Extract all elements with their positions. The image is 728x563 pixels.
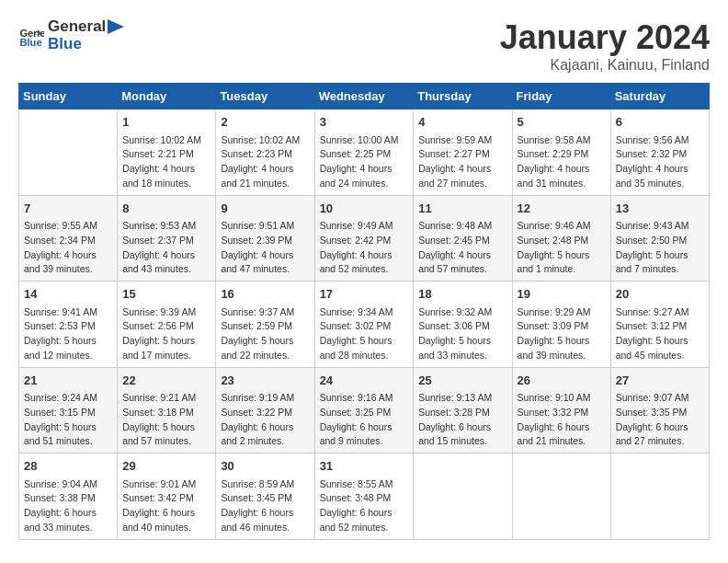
calendar-week-3: 14Sunrise: 9:41 AMSunset: 2:53 PMDayligh… — [19, 282, 710, 368]
day-number: 9 — [221, 200, 309, 218]
day-number: 18 — [418, 285, 506, 304]
calendar-cell: 8Sunrise: 9:53 AMSunset: 2:37 PMDaylight… — [118, 195, 216, 282]
day-info: Sunrise: 9:07 AMSunset: 3:35 PMDaylight:… — [616, 391, 704, 449]
day-number: 31 — [320, 457, 409, 476]
logo-general-text: General — [48, 18, 106, 36]
day-info: Sunrise: 10:00 AMSunset: 2:25 PMDaylight… — [320, 133, 409, 191]
day-info: Sunrise: 9:59 AMSunset: 2:27 PMDaylight:… — [418, 133, 506, 191]
day-number: 28 — [24, 457, 112, 476]
calendar-cell: 10Sunrise: 9:49 AMSunset: 2:42 PMDayligh… — [314, 195, 414, 282]
day-info: Sunrise: 9:24 AMSunset: 3:15 PMDaylight:… — [24, 391, 112, 449]
calendar-cell: 21Sunrise: 9:24 AMSunset: 3:15 PMDayligh… — [19, 367, 118, 454]
day-info: Sunrise: 9:56 AMSunset: 2:32 PMDaylight:… — [616, 133, 704, 191]
day-number: 17 — [320, 285, 409, 304]
weekday-header-sunday: Sunday — [19, 84, 118, 109]
calendar-cell: 9Sunrise: 9:51 AMSunset: 2:39 PMDaylight… — [216, 195, 314, 282]
day-number: 23 — [221, 372, 309, 390]
day-info: Sunrise: 9:32 AMSunset: 3:06 PMDaylight:… — [418, 305, 506, 363]
calendar-cell: 7Sunrise: 9:55 AMSunset: 2:34 PMDaylight… — [19, 195, 118, 282]
calendar-title: January 2024 — [500, 18, 710, 57]
day-number: 2 — [221, 113, 309, 132]
day-info: Sunrise: 9:48 AMSunset: 2:45 PMDaylight:… — [418, 219, 506, 277]
weekday-header-monday: Monday — [118, 84, 216, 109]
calendar-cell: 12Sunrise: 9:46 AMSunset: 2:48 PMDayligh… — [512, 195, 610, 282]
day-number: 6 — [616, 113, 704, 132]
day-number: 15 — [122, 285, 210, 304]
calendar-cell: 2Sunrise: 10:02 AMSunset: 2:23 PMDayligh… — [216, 109, 314, 196]
logo-icon: General Blue — [18, 23, 44, 49]
day-info: Sunrise: 9:13 AMSunset: 3:28 PMDaylight:… — [418, 391, 506, 449]
calendar-cell — [512, 454, 610, 540]
day-info: Sunrise: 9:16 AMSunset: 3:25 PMDaylight:… — [320, 391, 409, 449]
day-info: Sunrise: 9:49 AMSunset: 2:42 PMDaylight:… — [320, 219, 409, 277]
day-number: 20 — [616, 285, 704, 304]
calendar-week-5: 28Sunrise: 9:04 AMSunset: 3:38 PMDayligh… — [19, 454, 710, 540]
day-number: 13 — [616, 200, 704, 218]
day-number: 21 — [24, 372, 112, 390]
day-info: Sunrise: 9:37 AMSunset: 2:59 PMDaylight:… — [221, 305, 309, 363]
calendar-cell — [414, 454, 512, 540]
weekday-header-wednesday: Wednesday — [314, 84, 414, 109]
logo-arrow-icon — [108, 19, 128, 34]
day-info: Sunrise: 9:41 AMSunset: 2:53 PMDaylight:… — [24, 305, 112, 363]
day-number: 7 — [24, 200, 112, 218]
logo-blue-text: Blue — [48, 36, 128, 53]
day-info: Sunrise: 9:51 AMSunset: 2:39 PMDaylight:… — [221, 219, 309, 277]
weekday-header-saturday: Saturday — [610, 84, 709, 109]
day-number: 12 — [518, 200, 606, 218]
weekday-header-thursday: Thursday — [414, 84, 512, 109]
calendar-cell: 16Sunrise: 9:37 AMSunset: 2:59 PMDayligh… — [216, 282, 314, 368]
calendar-cell: 20Sunrise: 9:27 AMSunset: 3:12 PMDayligh… — [610, 282, 709, 368]
calendar-cell: 6Sunrise: 9:56 AMSunset: 2:32 PMDaylight… — [610, 109, 709, 196]
day-number: 22 — [122, 372, 210, 390]
calendar-cell — [610, 454, 709, 540]
calendar-cell: 13Sunrise: 9:43 AMSunset: 2:50 PMDayligh… — [610, 195, 709, 282]
day-number: 26 — [518, 372, 606, 390]
calendar-cell: 15Sunrise: 9:39 AMSunset: 2:56 PMDayligh… — [118, 282, 216, 368]
day-info: Sunrise: 9:04 AMSunset: 3:38 PMDaylight:… — [24, 477, 112, 535]
weekday-header-tuesday: Tuesday — [216, 84, 314, 109]
day-number: 30 — [221, 457, 309, 476]
day-number: 5 — [518, 113, 606, 132]
logo: General Blue General Blue — [18, 18, 128, 52]
calendar-cell: 27Sunrise: 9:07 AMSunset: 3:35 PMDayligh… — [610, 367, 709, 454]
calendar-cell: 22Sunrise: 9:21 AMSunset: 3:18 PMDayligh… — [118, 367, 216, 454]
svg-text:Blue: Blue — [19, 37, 41, 48]
title-section: January 2024 Kajaani, Kainuu, Finland — [500, 18, 710, 74]
day-number: 14 — [24, 285, 112, 304]
calendar-cell: 29Sunrise: 9:01 AMSunset: 3:42 PMDayligh… — [118, 454, 216, 540]
day-info: Sunrise: 10:02 AMSunset: 2:23 PMDaylight… — [221, 133, 309, 191]
day-number: 11 — [418, 200, 506, 218]
day-info: Sunrise: 9:34 AMSunset: 3:02 PMDaylight:… — [320, 305, 409, 363]
day-info: Sunrise: 9:43 AMSunset: 2:50 PMDaylight:… — [616, 219, 704, 277]
day-info: Sunrise: 10:02 AMSunset: 2:21 PMDaylight… — [122, 133, 210, 191]
day-info: Sunrise: 9:10 AMSunset: 3:32 PMDaylight:… — [518, 391, 606, 449]
day-info: Sunrise: 9:29 AMSunset: 3:09 PMDaylight:… — [518, 305, 606, 363]
calendar-cell: 4Sunrise: 9:59 AMSunset: 2:27 PMDaylight… — [414, 109, 512, 196]
calendar-cell: 23Sunrise: 9:19 AMSunset: 3:22 PMDayligh… — [216, 367, 314, 454]
calendar-cell: 24Sunrise: 9:16 AMSunset: 3:25 PMDayligh… — [314, 367, 414, 454]
day-info: Sunrise: 8:59 AMSunset: 3:45 PMDaylight:… — [221, 477, 309, 535]
calendar-cell: 14Sunrise: 9:41 AMSunset: 2:53 PMDayligh… — [19, 282, 118, 368]
calendar-cell: 17Sunrise: 9:34 AMSunset: 3:02 PMDayligh… — [314, 282, 414, 368]
svg-marker-3 — [108, 19, 124, 34]
calendar-cell: 30Sunrise: 8:59 AMSunset: 3:45 PMDayligh… — [216, 454, 314, 540]
page-header: General Blue General Blue January 2024 K… — [18, 18, 710, 74]
day-number: 16 — [221, 285, 309, 304]
calendar-cell: 3Sunrise: 10:00 AMSunset: 2:25 PMDayligh… — [314, 109, 414, 196]
day-number: 10 — [320, 200, 409, 218]
day-number: 27 — [616, 372, 704, 390]
day-info: Sunrise: 9:58 AMSunset: 2:29 PMDaylight:… — [518, 133, 606, 191]
day-number: 3 — [320, 113, 409, 132]
calendar-cell: 28Sunrise: 9:04 AMSunset: 3:38 PMDayligh… — [19, 454, 118, 540]
day-info: Sunrise: 9:53 AMSunset: 2:37 PMDaylight:… — [122, 219, 210, 277]
day-info: Sunrise: 9:01 AMSunset: 3:42 PMDaylight:… — [122, 477, 210, 535]
calendar-header-row: SundayMondayTuesdayWednesdayThursdayFrid… — [19, 84, 710, 109]
calendar-subtitle: Kajaani, Kainuu, Finland — [500, 57, 710, 74]
day-info: Sunrise: 9:39 AMSunset: 2:56 PMDaylight:… — [122, 305, 210, 363]
day-number: 29 — [122, 457, 210, 476]
day-number: 1 — [122, 113, 210, 132]
day-info: Sunrise: 9:19 AMSunset: 3:22 PMDaylight:… — [221, 391, 309, 449]
day-number: 4 — [418, 113, 506, 132]
calendar-cell: 19Sunrise: 9:29 AMSunset: 3:09 PMDayligh… — [512, 282, 610, 368]
